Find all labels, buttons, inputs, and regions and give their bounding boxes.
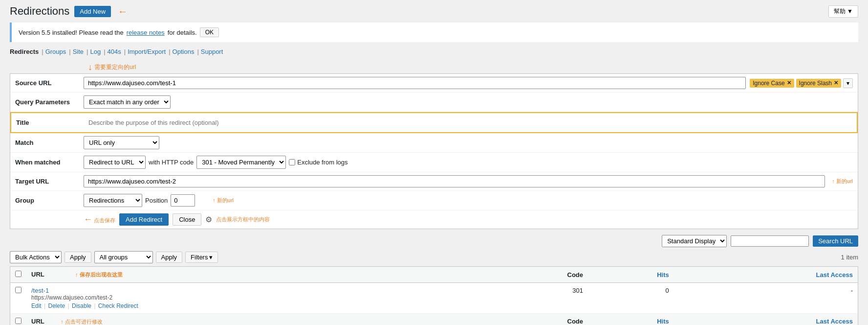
- release-notes-link[interactable]: release notes: [127, 29, 165, 36]
- last-access-cell: -: [674, 283, 858, 314]
- http-code-select[interactable]: 301 - Moved Permanently 302 - Found 307 …: [196, 156, 286, 169]
- footer-select-checkbox[interactable]: [15, 318, 22, 324]
- apply-button-groups[interactable]: Apply: [156, 252, 183, 263]
- source-url-arrow-icon: ↓: [88, 62, 92, 72]
- toolbar-row: Standard Display Full URL Display Search…: [10, 235, 858, 247]
- exclude-logs-checkbox[interactable]: [289, 159, 295, 165]
- nav-log[interactable]: Log: [90, 48, 101, 55]
- row-checkbox[interactable]: [15, 287, 22, 293]
- target-url-label: Target URL: [15, 178, 79, 185]
- group-label: Group: [15, 197, 79, 204]
- url-edit-annotation: ↑ 点击可进行修改: [61, 319, 103, 325]
- last-access-column-header: Last Access: [674, 267, 858, 283]
- search-input[interactable]: [731, 235, 809, 247]
- url-footer-column: URL: [31, 318, 44, 325]
- hits-footer-label: Hits: [588, 314, 674, 325]
- ignore-case-label: Ignore Case: [753, 80, 784, 87]
- hits-column-header: Hits: [588, 267, 674, 283]
- group-select[interactable]: Redirections Modified Posts: [84, 194, 142, 207]
- add-new-arrow-icon: ←: [118, 6, 128, 17]
- source-url-input[interactable]: [84, 77, 746, 89]
- table-annotation: ↑ 保存后出现在这里: [75, 272, 123, 278]
- code-column-header: Code: [487, 267, 588, 283]
- notice-text-after: for details.: [168, 29, 197, 36]
- disable-link[interactable]: Disable: [72, 302, 91, 309]
- position-input[interactable]: [171, 194, 195, 207]
- display-select[interactable]: Standard Display Full URL Display: [662, 235, 727, 247]
- query-params-label: Query Parameters: [15, 98, 79, 106]
- apply-button-top[interactable]: Apply: [65, 252, 91, 263]
- bulk-actions-select-top[interactable]: Bulk Actions Delete: [10, 251, 62, 263]
- item-count-top: 1 item: [841, 254, 858, 261]
- save-annotation-wrap: ← 点击保存: [84, 214, 115, 225]
- notice-banner: Version 5.5 installed! Please read the r…: [10, 23, 858, 42]
- match-select[interactable]: URL only URL and login status URL and ro…: [84, 136, 159, 149]
- page-title: Redirections: [10, 5, 69, 18]
- select-all-checkbox[interactable]: [15, 271, 22, 277]
- target-url-annotation: ↑ 新的url: [832, 178, 853, 185]
- nav-tabs: Redirects | Groups | Site | Log | 404s |…: [10, 48, 858, 55]
- source-url-link[interactable]: /test-1: [31, 287, 49, 294]
- nav-redirects[interactable]: Redirects: [10, 48, 39, 55]
- table-controls-top: Bulk Actions Delete Apply All groups Red…: [10, 251, 858, 263]
- url-footer-label: URL ↑ 点击可进行修改: [26, 314, 487, 325]
- group-row: Group Redirections Modified Posts Positi…: [10, 191, 858, 210]
- exclude-logs-label: Exclude from logs: [289, 159, 347, 166]
- nav-404s[interactable]: 404s: [108, 48, 121, 55]
- source-url-label: Source URL: [15, 79, 79, 87]
- match-row: Match URL only URL and login status URL …: [10, 133, 858, 153]
- nav-support[interactable]: Support: [201, 48, 223, 55]
- url-cell: /test-1 https://www.dajuseo.com/test-2 E…: [26, 283, 487, 314]
- title-input[interactable]: [85, 116, 852, 129]
- nav-groups[interactable]: Groups: [45, 48, 66, 55]
- check-redirect-link[interactable]: Check Redirect: [98, 302, 138, 309]
- target-url-input[interactable]: [84, 175, 825, 187]
- row-actions: Edit | Delete | Disable | Check Redirect: [31, 302, 482, 309]
- hits-cell: 0: [588, 283, 674, 314]
- target-url-row: Target URL ↑ 新的url: [10, 172, 858, 191]
- when-matched-label: When matched: [15, 159, 79, 166]
- last-access-footer-label: Last Access: [674, 314, 858, 325]
- target-url-display: https://www.dajuseo.com/test-2: [31, 294, 482, 301]
- ok-button[interactable]: OK: [200, 27, 219, 37]
- code-footer-label: Code: [487, 314, 588, 325]
- chevron-down-icon: ▾: [209, 254, 213, 261]
- add-redirect-button[interactable]: Add Redirect: [119, 213, 169, 226]
- tags-area: Ignore Case ✕ Ignore Slash ✕ ▾: [750, 78, 853, 88]
- ignore-slash-close[interactable]: ✕: [834, 80, 838, 86]
- table-footer-header-row: URL ↑ 点击可进行修改 Code Hits Last Access: [10, 314, 858, 325]
- with-http-code-label: with HTTP code: [149, 159, 194, 166]
- nav-import-export[interactable]: Import/Export: [128, 48, 166, 55]
- nav-site[interactable]: Site: [73, 48, 84, 55]
- when-matched-row: When matched Redirect to URL Error (404)…: [10, 153, 858, 172]
- title-row: Title: [10, 112, 858, 133]
- gear-button[interactable]: ⚙: [205, 215, 212, 224]
- source-url-annotation: 需要重定向的url: [94, 63, 136, 71]
- position-label: Position: [145, 197, 168, 204]
- help-button[interactable]: 幫助 ▼: [828, 5, 858, 18]
- ignore-case-close[interactable]: ✕: [787, 80, 791, 86]
- close-button[interactable]: Close: [173, 213, 201, 226]
- target-new-url-annotation: ↑ 新的url: [213, 197, 234, 204]
- table-row: /test-1 https://www.dajuseo.com/test-2 E…: [10, 283, 858, 314]
- filters-button[interactable]: Filters ▾: [185, 252, 218, 263]
- query-params-select[interactable]: Exact match in any order Ignore all para…: [84, 95, 171, 109]
- source-url-row: Source URL Ignore Case ✕ Ignore Slash ✕ …: [10, 74, 858, 93]
- ignore-slash-label: Ignore Slash: [799, 80, 832, 87]
- match-label: Match: [15, 139, 79, 146]
- code-cell: 301: [487, 283, 588, 314]
- table-header-row: URL ↑ 保存后出现在这里 Code Hits Last Access: [10, 267, 858, 283]
- when-matched-select[interactable]: Redirect to URL Error (404) Random: [84, 156, 146, 169]
- delete-link[interactable]: Delete: [48, 302, 65, 309]
- query-params-row: Query Parameters Exact match in any orde…: [10, 93, 858, 112]
- add-new-button[interactable]: Add New: [74, 6, 111, 17]
- nav-options[interactable]: Options: [173, 48, 195, 55]
- tags-dropdown-button[interactable]: ▾: [843, 78, 853, 88]
- gear-annotation: 点击展示方框中的内容: [216, 216, 270, 223]
- all-groups-select[interactable]: All groups Redirections Modified Posts: [94, 251, 153, 263]
- search-url-button[interactable]: Search URL: [813, 235, 858, 247]
- edit-link[interactable]: Edit: [31, 302, 42, 309]
- notice-text-before: Version 5.5 installed! Please read the: [19, 29, 124, 36]
- url-column-header: URL ↑ 保存后出现在这里: [26, 267, 487, 283]
- action-buttons-row: ← 点击保存 Add Redirect Close ⚙ 点击展示方框中的内容: [10, 210, 858, 229]
